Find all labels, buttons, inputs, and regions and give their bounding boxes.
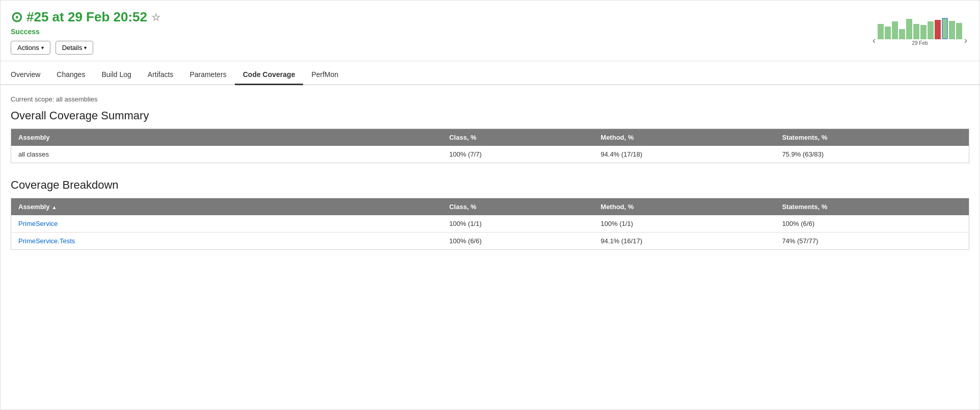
history-bar-fill bbox=[956, 23, 962, 39]
actions-label: Actions bbox=[17, 44, 39, 52]
tabs: OverviewChangesBuild LogArtifactsParamet… bbox=[1, 65, 979, 85]
history-bar-fill bbox=[906, 19, 912, 39]
breakdown-cell-statements_pct: 74% (57/77) bbox=[775, 233, 969, 250]
history-bar-7 bbox=[928, 21, 934, 39]
history-bar-4 bbox=[906, 19, 912, 39]
breakdown-cell-statements_pct: 100% (6/6) bbox=[775, 215, 969, 233]
scope-text: Current scope: all assemblies bbox=[11, 95, 969, 103]
history-bar-0 bbox=[878, 24, 884, 39]
tab-overview[interactable]: Overview bbox=[11, 65, 48, 85]
history-bar-10 bbox=[949, 21, 955, 39]
breakdown-col-statements-: Statements, % bbox=[775, 198, 969, 216]
actions-chevron-icon: ▾ bbox=[41, 45, 44, 50]
tab-build-log[interactable]: Build Log bbox=[93, 65, 139, 85]
details-button[interactable]: Details ▾ bbox=[56, 41, 94, 55]
history-bar-fill bbox=[878, 24, 884, 39]
assembly-link[interactable]: PrimeService bbox=[18, 220, 58, 227]
history-chart bbox=[878, 9, 962, 39]
tab-changes[interactable]: Changes bbox=[48, 65, 93, 85]
actions-button[interactable]: Actions ▾ bbox=[11, 41, 50, 55]
action-row: Actions ▾ Details ▾ bbox=[11, 41, 969, 55]
breakdown-cell-assembly: PrimeService bbox=[11, 215, 442, 233]
history-bar-fill bbox=[885, 27, 891, 39]
build-number: #25 at 29 Feb 20:52 bbox=[26, 9, 147, 25]
breakdown-title: Coverage Breakdown bbox=[11, 178, 969, 192]
tab-code-coverage[interactable]: Code Coverage bbox=[235, 65, 304, 85]
breakdown-cell-class_pct: 100% (1/1) bbox=[442, 215, 593, 233]
history-bar-fill bbox=[899, 29, 905, 39]
history-bar-1 bbox=[885, 27, 891, 39]
history-bar-fill bbox=[949, 21, 955, 39]
history-bar-fill bbox=[942, 18, 948, 39]
overall-cell-assembly: all classes bbox=[11, 146, 442, 163]
overall-col-class-: Class, % bbox=[442, 129, 593, 146]
breakdown-cell-method_pct: 94.1% (16/17) bbox=[593, 233, 775, 250]
build-title: ⊙ #25 at 29 Feb 20:52 ☆ bbox=[11, 9, 160, 25]
tab-parameters[interactable]: Parameters bbox=[181, 65, 234, 85]
overall-col-method-: Method, % bbox=[593, 129, 775, 146]
breakdown-table: Assembly▲Class, %Method, %Statements, % … bbox=[11, 198, 969, 250]
success-check-icon: ⊙ bbox=[11, 9, 22, 25]
history-bar-6 bbox=[920, 25, 927, 39]
overall-cell-class_pct: 100% (7/7) bbox=[442, 146, 593, 163]
breakdown-header-row: Assembly▲Class, %Method, %Statements, % bbox=[11, 198, 969, 216]
overall-cell-method_pct: 94.4% (17/18) bbox=[593, 146, 775, 163]
history-bar-11 bbox=[956, 23, 962, 39]
overall-summary-body: all classes100% (7/7)94.4% (17/18)75.9% … bbox=[11, 146, 969, 163]
history-prev-button[interactable]: ‹ bbox=[870, 35, 878, 46]
overall-col-statements-: Statements, % bbox=[775, 129, 969, 146]
tab-perfmon[interactable]: PerfMon bbox=[303, 65, 346, 85]
breakdown-body: PrimeService100% (1/1)100% (1/1)100% (6/… bbox=[11, 215, 969, 250]
history-bar-fill bbox=[928, 21, 934, 39]
status-text: Success bbox=[11, 28, 969, 36]
star-icon[interactable]: ☆ bbox=[151, 11, 160, 23]
table-row: all classes100% (7/7)94.4% (17/18)75.9% … bbox=[11, 146, 969, 163]
build-history: ‹ 29 Feb › bbox=[870, 9, 969, 46]
breakdown-cell-class_pct: 100% (6/6) bbox=[442, 233, 593, 250]
overall-col-assembly: Assembly bbox=[11, 129, 442, 146]
details-label: Details bbox=[62, 44, 83, 52]
overall-summary-header-row: AssemblyClass, %Method, %Statements, % bbox=[11, 129, 969, 146]
overall-cell-statements_pct: 75.9% (63/83) bbox=[775, 146, 969, 163]
history-bar-fill bbox=[913, 24, 919, 39]
table-row: PrimeService100% (1/1)100% (1/1)100% (6/… bbox=[11, 215, 969, 233]
history-bar-fill bbox=[892, 21, 898, 39]
history-bar-5 bbox=[913, 24, 919, 39]
breakdown-cell-assembly: PrimeService.Tests bbox=[11, 233, 442, 250]
history-next-button[interactable]: › bbox=[962, 35, 969, 46]
tab-artifacts[interactable]: Artifacts bbox=[140, 65, 182, 85]
history-bar-2 bbox=[892, 21, 898, 39]
history-bar-fill bbox=[935, 20, 941, 39]
history-bar-8 bbox=[935, 20, 941, 39]
breakdown-col-assembly[interactable]: Assembly▲ bbox=[11, 198, 442, 216]
main-content: Current scope: all assemblies Overall Co… bbox=[1, 85, 979, 275]
history-date-label: 29 Feb bbox=[912, 40, 928, 46]
overall-summary-title: Overall Coverage Summary bbox=[11, 109, 969, 122]
page-container: ⊙ #25 at 29 Feb 20:52 ☆ Success Actions … bbox=[0, 0, 980, 410]
table-row: PrimeService.Tests100% (6/6)94.1% (16/17… bbox=[11, 233, 969, 250]
assembly-link[interactable]: PrimeService.Tests bbox=[18, 237, 75, 245]
title-row: ⊙ #25 at 29 Feb 20:52 ☆ bbox=[11, 9, 969, 25]
breakdown-cell-method_pct: 100% (1/1) bbox=[593, 215, 775, 233]
sort-icon: ▲ bbox=[51, 204, 57, 210]
header: ⊙ #25 at 29 Feb 20:52 ☆ Success Actions … bbox=[1, 1, 979, 61]
history-bar-fill bbox=[920, 25, 927, 39]
history-bar-3 bbox=[899, 29, 905, 39]
details-chevron-icon: ▾ bbox=[84, 45, 87, 50]
breakdown-col-method-: Method, % bbox=[593, 198, 775, 216]
breakdown-col-class-: Class, % bbox=[442, 198, 593, 216]
history-bar-9 bbox=[942, 18, 948, 39]
overall-summary-table: AssemblyClass, %Method, %Statements, % a… bbox=[11, 129, 969, 163]
